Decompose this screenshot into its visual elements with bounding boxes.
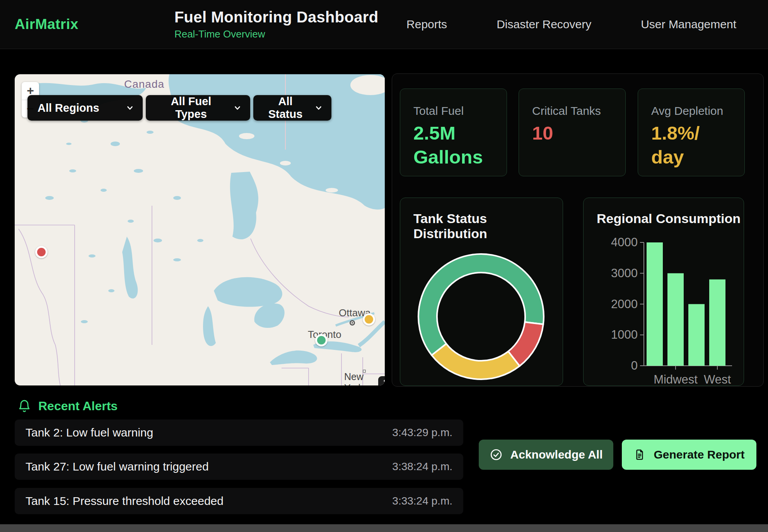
nav-item-reports[interactable]: Reports (406, 18, 447, 31)
map-filters: All Regions All Fuel Types All Status (27, 95, 331, 121)
check-circle-icon (490, 448, 503, 461)
alert-row[interactable]: Tank 2: Low fuel warning 3:43:29 p.m. (15, 419, 463, 446)
bar-3 (709, 280, 725, 366)
drag-dots-icon (382, 379, 385, 385)
y-tick-label: 0 (631, 359, 638, 372)
acknowledge-all-label: Acknowledge All (510, 448, 603, 461)
tank-marker-critical[interactable] (35, 246, 48, 258)
nav-item-disaster-recovery[interactable]: Disaster Recovery (497, 18, 591, 31)
nav-item-user-management[interactable]: User Management (641, 18, 736, 31)
tank-marker-normal[interactable] (315, 334, 328, 346)
page-title: Fuel Monitoring Dashboard (174, 9, 378, 26)
title-block: Fuel Monitoring Dashboard Real-Time Over… (174, 9, 378, 40)
generate-report-button[interactable]: Generate Report (622, 440, 756, 470)
fuel-type-filter-select[interactable]: All Fuel Types (146, 95, 250, 121)
bar-1 (667, 273, 684, 366)
alert-time: 3:38:24 p.m. (392, 460, 452, 473)
app-logo: AirMatrix (15, 16, 79, 32)
stat-card-avg-depletion: Avg Depletion 1.8%/day (638, 89, 745, 176)
status-filter-value: All Status (263, 95, 307, 121)
document-icon (633, 448, 646, 461)
chevron-down-icon (314, 104, 323, 112)
alert-time: 3:33:24 p.m. (392, 495, 452, 507)
stat-value-critical-tanks: 10 (532, 121, 611, 145)
page-subtitle: Real-Time Overview (174, 28, 378, 40)
y-tick-label: 1000 (611, 328, 638, 341)
alerts-heading: Recent Alerts (17, 399, 118, 413)
alerts-title: Recent Alerts (38, 399, 118, 413)
stat-value-avg-depletion: 1.8%/day (651, 121, 711, 169)
stat-label: Total Fuel (413, 104, 493, 118)
alert-row[interactable]: Tank 27: Low fuel warning triggered 3:38… (15, 454, 463, 480)
tank-status-donut-chart (400, 198, 563, 386)
donut-segment-warning-yellow (432, 344, 519, 379)
bottom-scrollbar[interactable] (0, 524, 768, 532)
chevron-down-icon (126, 104, 134, 112)
alert-text: Tank 27: Low fuel warning triggered (26, 460, 209, 473)
generate-report-label: Generate Report (654, 448, 744, 461)
tank-status-chart-card: Tank Status Distribution (400, 198, 563, 386)
bar-0 (647, 242, 663, 366)
ottawa-place-dot (350, 320, 355, 326)
alert-text: Tank 15: Pressure threshold exceeded (26, 494, 224, 508)
stat-label: Avg Depletion (651, 104, 731, 118)
tank-marker-warning[interactable] (363, 313, 375, 326)
y-tick-label: 3000 (611, 266, 638, 280)
y-tick-label: 4000 (611, 235, 638, 249)
dashboard: AirMatrix Fuel Monitoring Dashboard Real… (0, 0, 768, 532)
regional-consumption-chart-card: Regional Consumption 01000200030004000Mi… (583, 198, 744, 386)
region-filter-value: All Regions (38, 102, 99, 114)
stat-value-total-fuel: 2.5M Gallons (413, 121, 493, 169)
fuel-map[interactable]: Canada Ottawa Toronto New York + − All R… (15, 74, 385, 385)
map-label-canada: Canada (124, 78, 164, 90)
stat-label: Critical Tanks (532, 104, 612, 118)
fuel-type-filter-value: All Fuel Types (156, 95, 226, 121)
bell-icon (17, 399, 31, 413)
x-tick-label: Midwest (654, 373, 698, 386)
main-nav: Reports Disaster Recovery User Managemen… (406, 18, 768, 31)
acknowledge-all-button[interactable]: Acknowledge All (479, 440, 613, 470)
regional-consumption-bar-chart: 01000200030004000MidwestWest (584, 198, 744, 386)
region-filter-select[interactable]: All Regions (27, 95, 143, 121)
alert-row[interactable]: Tank 15: Pressure threshold exceeded 3:3… (15, 488, 463, 514)
x-tick-label: West (704, 373, 731, 386)
metrics-panel: Total Fuel 2.5M Gallons Critical Tanks 1… (392, 73, 764, 387)
app-header: AirMatrix Fuel Monitoring Dashboard Real… (0, 0, 768, 49)
stat-card-total-fuel: Total Fuel 2.5M Gallons (400, 89, 507, 176)
chevron-down-icon (233, 104, 242, 112)
bar-2 (688, 304, 705, 366)
resize-handle[interactable] (378, 376, 385, 385)
alert-text: Tank 2: Low fuel warning (26, 426, 153, 439)
town-dot (363, 370, 366, 373)
y-tick-label: 2000 (611, 297, 638, 311)
status-filter-select[interactable]: All Status (253, 95, 331, 121)
alert-time: 3:43:29 p.m. (392, 426, 452, 439)
stat-card-critical-tanks: Critical Tanks 10 (519, 89, 626, 176)
